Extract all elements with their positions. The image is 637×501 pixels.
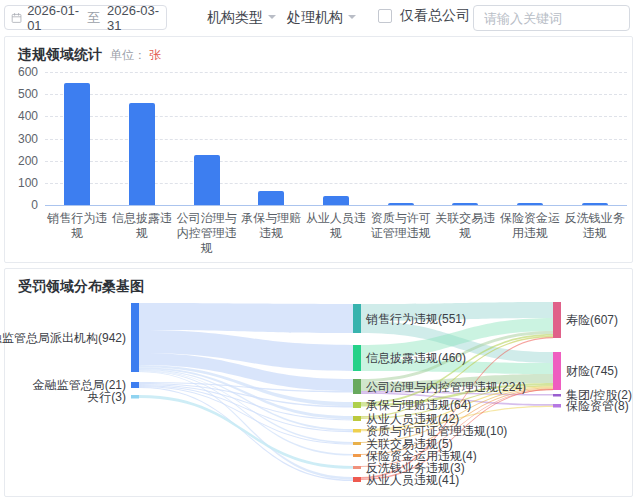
org-type-dropdown[interactable]: 机构类型	[207, 5, 276, 30]
keyword-search-input[interactable]	[473, 5, 630, 31]
sankey-node[interactable]	[353, 379, 361, 394]
sankey-node[interactable]	[553, 394, 561, 397]
sankey-link	[139, 365, 353, 406]
sankey-node[interactable]	[353, 454, 361, 457]
checkbox-box[interactable]	[378, 9, 392, 23]
date-range-picker[interactable]: 2026-01-01 至 2026-03-31	[4, 5, 167, 30]
sankey-link	[139, 387, 353, 481]
bar[interactable]	[582, 203, 608, 205]
bar-panel-title: 违规领域统计 单位： 张	[18, 46, 161, 64]
sankey-node-label: 信息披露违规(460)	[366, 351, 466, 365]
sankey-node[interactable]	[353, 429, 361, 433]
calendar-icon	[11, 11, 22, 25]
sankey-link	[139, 367, 353, 419]
sankey-link	[139, 353, 353, 391]
checkbox-label: 仅看总公司	[400, 7, 470, 25]
sankey-node-label: 保险资管(8)	[566, 399, 629, 413]
sankey-node[interactable]	[553, 352, 561, 390]
sankey-link	[139, 303, 353, 333]
sankey-link	[139, 371, 353, 456]
sankey-node-label: 从业人员违规(41)	[366, 473, 459, 487]
bar[interactable]	[129, 103, 155, 205]
company-only-checkbox[interactable]: 仅看总公司	[378, 7, 470, 25]
sankey-chart: 金融监管总局派出机构(942)金融监管总局(21)央行(3)销售行为违规(551…	[0, 262, 637, 501]
sankey-node[interactable]	[353, 304, 361, 333]
sankey-node[interactable]	[553, 302, 561, 338]
sankey-node-label: 财险(745)	[566, 364, 618, 378]
date-end[interactable]: 2026-03-31	[107, 3, 160, 33]
date-start[interactable]: 2026-01-01	[27, 3, 80, 33]
chevron-down-icon	[348, 15, 356, 23]
bar[interactable]	[388, 203, 414, 205]
unit-label: 单位： 张	[110, 47, 161, 64]
sankey-node[interactable]	[131, 395, 139, 399]
sankey-node[interactable]	[553, 404, 561, 408]
date-separator: 至	[87, 9, 100, 27]
sankey-node-label: 央行(3)	[87, 390, 126, 404]
sankey-link	[139, 395, 353, 469]
sankey-node-label: 承保与理赔违规(64)	[365, 398, 471, 412]
sankey-node[interactable]	[353, 442, 361, 445]
bar[interactable]	[194, 155, 220, 205]
handler-org-label: 处理机构	[287, 9, 343, 27]
bar[interactable]	[323, 196, 349, 205]
chevron-down-icon	[268, 15, 276, 23]
sankey-link	[139, 382, 353, 392]
sankey-link	[139, 384, 353, 420]
sankey-node[interactable]	[353, 477, 361, 482]
sankey-node[interactable]	[353, 466, 361, 469]
sankey-node[interactable]	[353, 402, 361, 408]
org-type-label: 机构类型	[207, 9, 263, 27]
sankey-node[interactable]	[353, 345, 361, 371]
sankey-link	[139, 369, 353, 431]
sankey-node-label: 公司治理与内控管理违规(224)	[366, 380, 526, 394]
sankey-link	[139, 370, 353, 444]
sankey-node-label: 金融监管总局派出机构(942)	[0, 331, 126, 345]
bar[interactable]	[258, 191, 284, 205]
sankey-node[interactable]	[353, 416, 361, 421]
sankey-node[interactable]	[131, 382, 139, 388]
sankey-node-label: 寿险(607)	[566, 313, 618, 327]
bar[interactable]	[517, 203, 543, 205]
violation-stats-panel: 违规领域统计 单位： 张	[4, 36, 633, 263]
bar-panel-title-text: 违规领域统计	[18, 46, 102, 64]
bar[interactable]	[64, 83, 90, 205]
handler-org-dropdown[interactable]: 处理机构	[287, 5, 356, 30]
sankey-node-label: 销售行为违规(551)	[365, 312, 466, 326]
sankey-link	[139, 371, 353, 479]
sankey-link	[139, 385, 353, 432]
bar[interactable]	[452, 203, 478, 205]
sankey-link	[361, 334, 553, 404]
sankey-link	[139, 386, 353, 445]
sankey-link	[139, 383, 353, 407]
sankey-node[interactable]	[131, 303, 139, 372]
sankey-link	[139, 330, 353, 371]
